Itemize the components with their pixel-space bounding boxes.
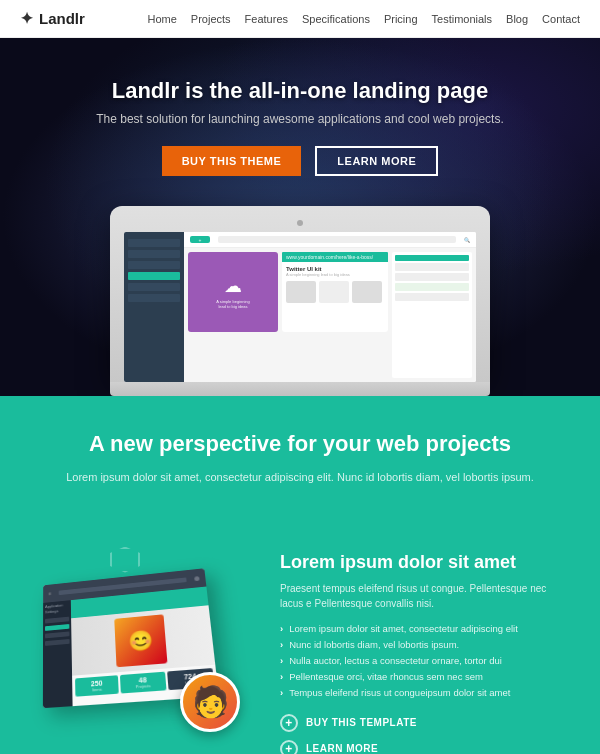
sidebar-item <box>45 624 69 631</box>
laptop-bottom <box>110 382 490 396</box>
sidebar-item <box>128 239 180 247</box>
iso-menu: ≡ <box>49 590 52 596</box>
learn-more-label: LEARN MORE <box>306 743 378 754</box>
nav-specifications[interactable]: Specifications <box>302 13 370 25</box>
bullet-item-5: › Tempus eleifend risus ut congueipsum d… <box>280 687 570 698</box>
sidebar-item <box>45 631 70 638</box>
nav-features[interactable]: Features <box>245 13 288 25</box>
hero-section: Landlr is the all-in-one landing page Th… <box>0 38 600 396</box>
right-item <box>395 263 469 271</box>
screen-main: + 🔍 ☁ A simple beginninglead to big idea… <box>184 232 476 382</box>
brand[interactable]: ✦ Landlr <box>20 9 85 28</box>
sidebar-item <box>128 250 180 258</box>
nav-projects[interactable]: Projects <box>191 13 231 25</box>
screen-inner: + 🔍 ☁ A simple beginninglead to big idea… <box>124 232 476 382</box>
bullet-item-4: › Pellentesque orci, vitae rhoncus sem n… <box>280 671 570 682</box>
sidebar-item <box>45 639 70 646</box>
sidebar-label: Application Settings <box>43 600 71 616</box>
hero-buttons: BUY THIS THEME LEARN MORE <box>96 146 504 176</box>
sidebar-item <box>45 616 69 623</box>
bullet-item-1: › Lorem ipsum dolor sit amet, consectetu… <box>280 623 570 634</box>
laptop-camera <box>297 220 303 226</box>
twitter-card: Twitter UI kit A simple beginning lead t… <box>282 262 388 307</box>
feature-title: A new perspective for your web projects <box>30 431 570 457</box>
brand-icon: ✦ <box>20 9 33 28</box>
perspective-title: Lorem ipsum dolor sit amet <box>280 552 570 573</box>
stat-1: 250 Items <box>75 675 119 696</box>
bullet-text-4: Pellentesque orci, vitae rhoncus sem nec… <box>289 671 483 682</box>
purple-card: ☁ A simple beginninglead to big ideas <box>188 252 278 332</box>
cloud-icon: ☁ <box>216 275 250 297</box>
sidebar-item <box>128 283 180 291</box>
stat-2-num: 48 <box>139 676 147 684</box>
bullet-arrow: › <box>280 671 283 682</box>
hex-decoration <box>110 547 140 573</box>
buy-theme-button[interactable]: BUY THIS THEME <box>162 146 302 176</box>
nav-pricing[interactable]: Pricing <box>384 13 418 25</box>
screen-search: 🔍 <box>464 237 470 243</box>
nav-links: Home Projects Features Specifications Pr… <box>148 13 581 25</box>
navbar: ✦ Landlr Home Projects Features Specific… <box>0 0 600 38</box>
screen-right-panel <box>392 252 472 378</box>
cta-circle-2: + <box>280 740 298 754</box>
stat-2: 48 Projects <box>120 671 166 693</box>
nav-contact[interactable]: Contact <box>542 13 580 25</box>
right-item <box>395 273 469 281</box>
bullet-text-5: Tempus eleifend risus ut congueipsum dol… <box>289 687 510 698</box>
iso-screen-sidebar: Application Settings <box>43 600 73 708</box>
perspective-subtitle: Praesent tempus eleifend risus ut congue… <box>280 581 570 611</box>
hero-title: Landlr is the all-in-one landing page <box>96 78 504 104</box>
screen-body: ☁ A simple beginninglead to big ideas ww… <box>184 248 476 382</box>
sidebar-item <box>128 261 180 269</box>
right-item <box>395 255 469 261</box>
feature-section: A new perspective for your web projects … <box>0 396 600 522</box>
bullet-arrow: › <box>280 639 283 650</box>
bullet-item-2: › Nunc id lobortis diam, vel lobortis ip… <box>280 639 570 650</box>
circle-photo: 🧑 <box>180 672 240 732</box>
photo-area: 😊 <box>71 605 215 675</box>
bullet-arrow: › <box>280 623 283 634</box>
right-item <box>395 283 469 291</box>
bullet-arrow: › <box>280 687 283 698</box>
sidebar-item <box>128 272 180 280</box>
bullet-text-1: Lorem ipsum dolor sit amet, consectetur … <box>289 623 518 634</box>
right-item <box>395 293 469 301</box>
perspective-section: ≡ Application Settings <box>0 522 600 754</box>
card-label: A simple beginninglead to big ideas <box>216 299 250 309</box>
stat-1-label: Items <box>92 686 102 692</box>
screen-sidebar <box>124 232 184 382</box>
buy-template-label: BUY THIS TEMPLATE <box>306 717 417 728</box>
stat-2-label: Projects <box>136 683 151 689</box>
brand-name: Landlr <box>39 10 85 27</box>
sidebar-item <box>128 294 180 302</box>
device-mockup: ≡ Application Settings <box>30 542 250 742</box>
laptop-outer: + 🔍 ☁ A simple beginninglead to big idea… <box>110 206 490 382</box>
twitter-sub: A simple beginning lead to big ideas <box>286 272 384 277</box>
buy-template-link[interactable]: + BUY THIS TEMPLATE <box>280 714 570 732</box>
feature-text: Lorem ipsum dolor sit amet, consectetur … <box>50 469 550 487</box>
bullet-item-3: › Nulla auctor, lectus a consectetur orn… <box>280 655 570 666</box>
screen-topbar: + 🔍 <box>184 232 476 248</box>
hero-content: Landlr is the all-in-one landing page Th… <box>96 78 504 206</box>
laptop-mockup: + 🔍 ☁ A simple beginninglead to big idea… <box>110 206 490 396</box>
bullet-list: › Lorem ipsum dolor sit amet, consectetu… <box>280 623 570 698</box>
nav-testimonials[interactable]: Testimonials <box>432 13 493 25</box>
cta-circle-1: + <box>280 714 298 732</box>
white-card: www.yourdomain.com/here/like-a-boss/ Twi… <box>282 252 388 332</box>
bullet-text-2: Nunc id lobortis diam, vel lobortis ipsu… <box>289 639 459 650</box>
nav-blog[interactable]: Blog <box>506 13 528 25</box>
perspective-right: Lorem ipsum dolor sit amet Praesent temp… <box>280 542 570 754</box>
topbar-button: + <box>190 236 210 243</box>
bullet-arrow: › <box>280 655 283 666</box>
bullet-text-3: Nulla auctor, lectus a consectetur ornar… <box>289 655 502 666</box>
learn-more-link[interactable]: + LEARN MORE <box>280 740 570 754</box>
laptop-screen: + 🔍 ☁ A simple beginninglead to big idea… <box>124 232 476 382</box>
nav-home[interactable]: Home <box>148 13 177 25</box>
learn-more-button[interactable]: LEARN MORE <box>315 146 438 176</box>
hero-subtitle: The best solution for launching awesome … <box>96 112 504 126</box>
cta-links: + BUY THIS TEMPLATE + LEARN MORE <box>280 714 570 754</box>
screen-url-bar <box>218 236 456 243</box>
teal-header: www.yourdomain.com/here/like-a-boss/ <box>282 252 388 262</box>
